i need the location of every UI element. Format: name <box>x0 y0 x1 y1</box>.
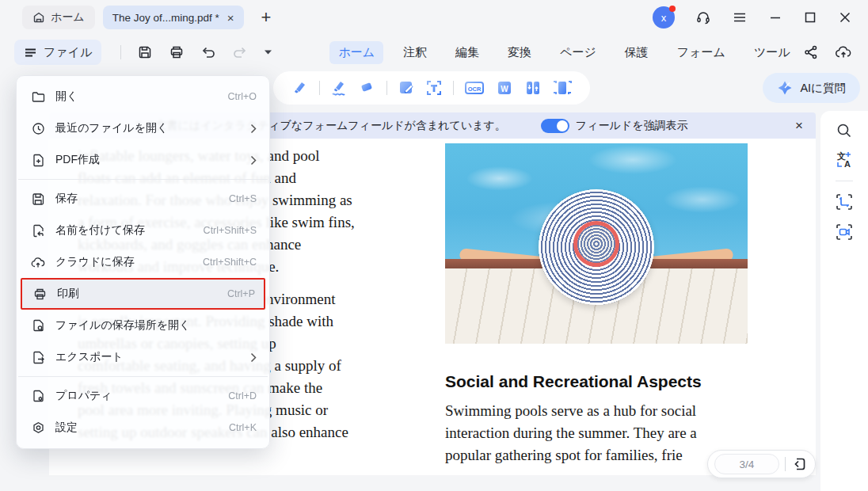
file-properties-icon <box>31 390 45 403</box>
notification-close-icon[interactable]: × <box>795 118 803 134</box>
pool-photo <box>445 143 748 344</box>
tab-ribbon-convert[interactable]: 変換 <box>499 41 540 64</box>
tab-ribbon-form[interactable]: フォーム <box>668 41 734 64</box>
document-right-column: Social and Recreational Aspects Swimming… <box>445 139 748 466</box>
divider <box>453 81 454 95</box>
page-indicator[interactable]: 3/4 <box>714 454 779 474</box>
save-as-icon <box>31 224 45 238</box>
right-sidebar: 文A <box>820 111 868 491</box>
menu-item-label: 最近のファイルを開く <box>55 121 250 135</box>
doc-line: interaction during the summer. They are … <box>445 422 748 444</box>
menu-item-open-recent[interactable]: 最近のファイルを開く <box>17 112 269 144</box>
tab-ribbon-annotate[interactable]: 注釈 <box>394 41 436 64</box>
avatar[interactable]: x <box>653 6 675 29</box>
close-window-button[interactable] <box>838 10 852 25</box>
crop-screenshot-icon[interactable] <box>835 192 854 211</box>
doc-line: popular gathering spot for families, fri… <box>445 444 748 466</box>
tab-ribbon-home[interactable]: ホーム <box>329 41 383 64</box>
ocr-icon[interactable]: OCR <box>463 78 485 97</box>
screen-record-icon[interactable] <box>835 223 854 242</box>
quick-access-dropdown-icon[interactable] <box>264 49 272 55</box>
compress-icon[interactable] <box>523 78 542 97</box>
menu-item-save[interactable]: 保存 Ctrl+S <box>17 183 269 215</box>
menu-item-label: 設定 <box>55 421 229 435</box>
tab-ribbon-edit[interactable]: 編集 <box>447 41 488 64</box>
menu-item-open[interactable]: 開く Ctrl+O <box>17 81 269 112</box>
menu-item-properties[interactable]: プロパティ Ctrl+D <box>17 380 269 412</box>
cloud-save-icon <box>31 256 45 269</box>
menu-item-shortcut: Ctrl+Shift+C <box>203 257 257 268</box>
print-icon[interactable] <box>169 44 185 60</box>
new-tab-button[interactable]: + <box>261 7 272 28</box>
menu-item-label: ファイルの保存場所を開く <box>55 318 257 333</box>
menu-divider <box>18 376 268 377</box>
tab-ribbon-protect[interactable]: 保護 <box>616 41 657 64</box>
file-menu-button[interactable]: ファイル <box>14 40 101 65</box>
doc-line: Swimming pools serve as a hub for social <box>445 400 748 422</box>
squiggly-underline-icon[interactable] <box>329 78 348 97</box>
translate-icon[interactable]: 文A <box>835 150 854 169</box>
section-heading: Social and Recreational Aspects <box>445 372 748 391</box>
file-hamburger-icon <box>24 46 37 59</box>
menu-item-label: プロパティ <box>55 389 228 403</box>
support-headset-icon[interactable] <box>695 10 711 25</box>
file-dropdown-menu: 開く Ctrl+O 最近のファイルを開く PDF作成 保存 Ctrl+S 名前を… <box>16 75 270 449</box>
ocr-label: OCR <box>468 86 482 93</box>
menu-bar: ファイル ホーム 注釈 編集 変換 ページ 保護 フォーム ツール <box>0 35 868 70</box>
menu-item-save-as[interactable]: 名前を付けて保存 Ctrl+Shift+S <box>17 215 269 246</box>
svg-text:A: A <box>844 159 851 169</box>
menu-divider <box>18 179 268 180</box>
tab-ribbon-page[interactable]: ページ <box>551 41 605 64</box>
menu-item-settings[interactable]: 設定 Ctrl+K <box>17 412 269 443</box>
file-location-icon <box>31 319 45 333</box>
title-bar: ホーム The Joy of...ming.pdf * × + x <box>0 0 868 35</box>
redo-icon[interactable] <box>232 44 248 60</box>
share-icon[interactable] <box>803 44 819 60</box>
avatar-letter: x <box>661 12 667 24</box>
menu-item-label: エクスポート <box>55 350 250 364</box>
edit-pen-icon[interactable] <box>397 78 416 97</box>
save-icon[interactable] <box>137 44 153 60</box>
add-text-icon[interactable] <box>424 78 444 97</box>
menu-item-shortcut: Ctrl+Shift+S <box>204 225 257 236</box>
main-menu-icon[interactable] <box>732 10 748 25</box>
minimize-button[interactable] <box>768 10 782 25</box>
document-paragraph: Swimming pools serve as a hub for social… <box>445 400 748 466</box>
back-icon[interactable] <box>791 456 807 472</box>
ask-ai-button[interactable]: AIに質問 <box>763 73 860 103</box>
watermark-icon[interactable]: W <box>495 78 514 97</box>
menu-item-shortcut: Ctrl+K <box>229 422 257 433</box>
undo-icon[interactable] <box>200 44 216 60</box>
tab-document[interactable]: The Joy of...ming.pdf * × <box>103 6 244 29</box>
submenu-chevron-icon <box>250 155 257 166</box>
home-tab-label: ホーム <box>51 10 85 25</box>
menu-item-label: PDF作成 <box>55 153 250 167</box>
menu-item-save-to-cloud[interactable]: クラウドに保存 Ctrl+Shift+C <box>17 246 269 278</box>
save-icon <box>31 192 45 206</box>
menu-item-print[interactable]: 印刷 Ctrl+P <box>21 278 265 310</box>
doc-tab-close-icon[interactable]: × <box>227 11 234 25</box>
menu-item-label: 開く <box>55 89 228 104</box>
menu-item-shortcut: Ctrl+P <box>227 288 255 299</box>
cloud-upload-icon[interactable] <box>835 44 852 60</box>
watermark-letter: W <box>501 85 508 93</box>
eraser-icon[interactable] <box>358 78 377 97</box>
search-icon[interactable] <box>836 122 853 139</box>
crop-pages-icon[interactable] <box>552 78 573 97</box>
tab-ribbon-tools[interactable]: ツール <box>745 41 799 64</box>
menu-item-label: クラウドに保存 <box>55 255 203 269</box>
export-icon <box>31 351 45 364</box>
menu-item-create-pdf[interactable]: PDF作成 <box>17 144 269 176</box>
divider <box>836 181 853 181</box>
menu-item-open-file-location[interactable]: ファイルの保存場所を開く <box>17 310 269 341</box>
ribbon-tabs: ホーム 注釈 編集 変換 ページ 保護 フォーム ツール <box>329 41 798 64</box>
page-navigator: 3/4 <box>707 450 816 478</box>
menu-item-shortcut: Ctrl+O <box>228 91 257 102</box>
menu-item-shortcut: Ctrl+D <box>228 390 257 402</box>
menu-item-export[interactable]: エクスポート <box>17 341 269 373</box>
tab-home[interactable]: ホーム <box>22 6 95 29</box>
menu-item-label: 保存 <box>55 192 229 206</box>
maximize-button[interactable] <box>803 10 817 25</box>
highlight-fields-toggle[interactable] <box>541 119 569 133</box>
highlighter-icon[interactable] <box>291 78 310 97</box>
